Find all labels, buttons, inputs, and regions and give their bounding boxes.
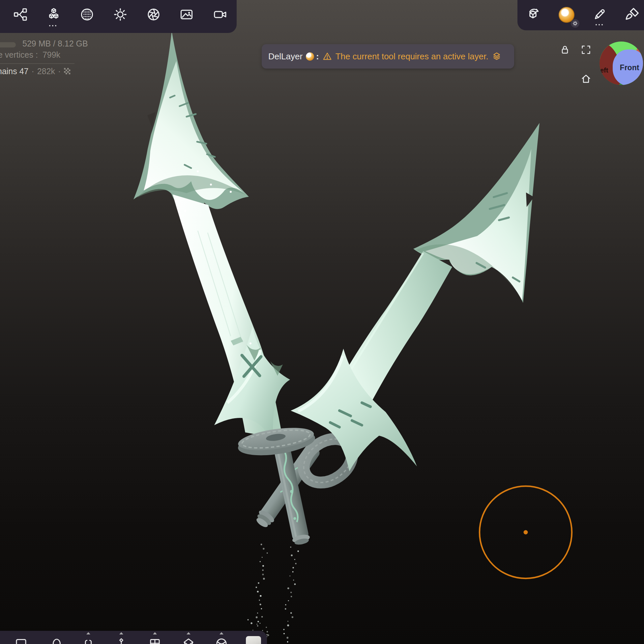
selection-count: 282k <box>37 67 55 76</box>
lock-icon[interactable] <box>559 44 571 56</box>
separator-dot: · <box>58 67 61 76</box>
fullscreen-icon[interactable] <box>580 44 592 56</box>
more-options-dots <box>596 24 603 25</box>
scene-graph-icon[interactable] <box>13 7 28 22</box>
vertices-label: e vertices : <box>0 50 38 59</box>
app-screen: 529 MB / 8.12 GB e vertices :799k hains … <box>0 0 644 644</box>
home-icon[interactable] <box>579 72 593 85</box>
files-icon[interactable] <box>14 636 28 644</box>
selection-row: hains 47 · 282k · <box>0 67 72 76</box>
blade-left <box>133 31 290 444</box>
material-mini-sphere-icon <box>306 52 314 61</box>
paint-brush-icon[interactable] <box>624 6 641 22</box>
notification-banner: DelLayer : The current tool requires an … <box>262 44 514 69</box>
layers-icon[interactable] <box>492 51 502 61</box>
toolbar-top-right <box>517 0 644 30</box>
submenu-arrow-icon <box>153 632 157 634</box>
more-options-dots <box>49 25 56 26</box>
submenu-arrow-icon <box>220 632 223 634</box>
gear-badge-icon[interactable] <box>571 19 579 28</box>
hooks-crop-icon[interactable] <box>81 636 95 644</box>
selection-name: hains 47 <box>0 67 29 76</box>
wireframe-polygon-icon[interactable] <box>182 636 195 644</box>
toolbar-bottom <box>0 631 267 644</box>
submenu-arrow-icon <box>119 632 123 634</box>
separator-dot: · <box>32 67 34 76</box>
submenu-arrow-icon <box>187 632 190 634</box>
brush-cursor <box>480 486 572 578</box>
viewport-3d[interactable] <box>0 0 644 644</box>
projection-sphere-icon[interactable] <box>215 636 228 644</box>
color-swatch[interactable] <box>246 636 261 644</box>
vertices-row: e vertices :799k <box>0 50 60 60</box>
blade-right <box>331 123 540 423</box>
warning-triangle-icon <box>322 51 332 61</box>
banner-message: The current tool requires an active laye… <box>336 51 488 62</box>
background-image-icon[interactable] <box>179 7 194 22</box>
memory-usage: 529 MB / 8.12 GB <box>22 39 88 48</box>
checker-grid-icon <box>64 68 72 75</box>
bake-cube-icon[interactable] <box>525 6 542 22</box>
stylus-pen-icon[interactable] <box>592 6 608 22</box>
split-window-icon[interactable] <box>148 636 162 644</box>
camera-video-icon[interactable] <box>212 7 228 22</box>
stats-divider <box>0 63 74 64</box>
orientation-gizmo[interactable]: Front eft <box>600 42 643 85</box>
matcap-sphere-icon[interactable] <box>79 7 95 22</box>
memory-progress-pill <box>0 42 16 47</box>
primitives-cubes-icon[interactable] <box>46 7 62 22</box>
lighting-sun-icon[interactable] <box>112 7 128 22</box>
banner-colon: : <box>316 51 319 62</box>
vertices-value: 799k <box>43 50 60 59</box>
submenu-arrow-icon <box>86 632 90 634</box>
falling-particles <box>248 544 299 643</box>
postprocess-aperture-icon[interactable] <box>146 7 161 22</box>
ellipse-tool-icon[interactable] <box>50 636 64 644</box>
symmetry-finial-icon[interactable] <box>114 636 128 644</box>
gizmo-front-label: Front <box>620 63 639 72</box>
toolbar-top-left <box>0 0 237 33</box>
banner-tool-name: DelLayer <box>268 51 303 62</box>
